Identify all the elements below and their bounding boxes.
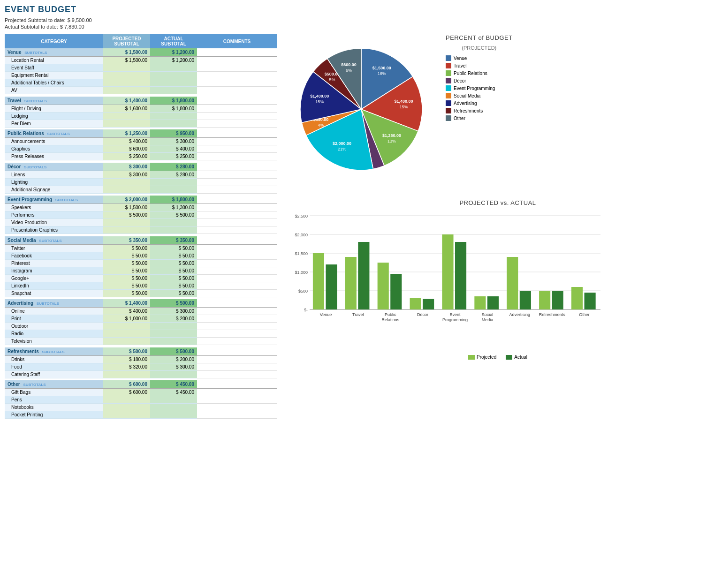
item-projected xyxy=(103,120,150,127)
legend-label: Event Programming xyxy=(454,86,495,91)
svg-text:$500: $500 xyxy=(298,289,308,294)
item-name: Print xyxy=(5,315,103,323)
item-name: Announcements xyxy=(5,138,103,145)
legend-color xyxy=(446,78,451,83)
subtotal-projected: $ 1,250.00 xyxy=(103,129,150,138)
item-actual: $ 280.00 xyxy=(150,171,197,178)
table-row: Notebooks xyxy=(5,404,277,411)
subtotal-row: Venue SUBTOTALS $ 1,500.00 $ 1,200.00 xyxy=(5,48,277,57)
item-actual xyxy=(150,72,197,79)
item-projected: $ 1,000.00 xyxy=(103,315,150,323)
item-projected: $ 1,500.00 xyxy=(103,204,150,211)
item-comments xyxy=(197,120,277,127)
charts-section: $1,500.0016%$1,400.0015%$1,250.0013%$2,0… xyxy=(286,34,709,421)
svg-text:$600.00: $600.00 xyxy=(341,62,357,67)
section-name: Advertising SUBTOTALS xyxy=(5,299,103,308)
item-actual xyxy=(150,330,197,338)
svg-rect-51 xyxy=(520,291,531,309)
item-name: Notebooks xyxy=(5,404,103,411)
item-actual: $ 50.00 xyxy=(150,267,197,274)
legend-label: Décor xyxy=(454,78,466,83)
item-name: Linens xyxy=(5,171,103,178)
item-comments xyxy=(197,252,277,259)
table-row: Linens $ 300.00 $ 280.00 xyxy=(5,171,277,178)
svg-text:$1,500: $1,500 xyxy=(295,251,308,256)
table-row: Gift Bags $ 600.00 $ 450.00 xyxy=(5,389,277,396)
svg-text:Relations: Relations xyxy=(381,317,399,322)
item-comments xyxy=(197,226,277,234)
subtotal-actual: $ 1,200.00 xyxy=(150,48,197,57)
item-comments xyxy=(197,389,277,396)
svg-text:4%: 4% xyxy=(318,123,324,128)
item-name: Pens xyxy=(5,396,103,404)
item-comments xyxy=(197,138,277,145)
item-projected: $ 600.00 xyxy=(103,145,150,153)
projected-subtitle-label: Projected Subtotal to date: xyxy=(5,17,66,23)
item-projected xyxy=(103,226,150,234)
item-projected xyxy=(103,330,150,338)
item-comments xyxy=(197,363,277,370)
item-projected: $ 50.00 xyxy=(103,289,150,297)
item-name: Video Production xyxy=(5,219,103,226)
item-comments xyxy=(197,87,277,94)
item-actual xyxy=(150,112,197,120)
svg-rect-46 xyxy=(474,296,486,309)
legend-label: Travel xyxy=(454,63,466,68)
svg-text:$1,000: $1,000 xyxy=(295,270,308,275)
subtotal-comments xyxy=(197,299,277,308)
item-comments xyxy=(197,338,277,345)
item-projected: $ 50.00 xyxy=(103,244,150,252)
item-projected xyxy=(103,338,150,345)
item-actual: $ 200.00 xyxy=(150,355,197,363)
item-projected: $ 250.00 xyxy=(103,153,150,160)
item-name: Outdoor xyxy=(5,323,103,330)
item-actual: $ 300.00 xyxy=(150,363,197,370)
svg-rect-53 xyxy=(539,291,550,309)
svg-text:21%: 21% xyxy=(338,147,346,151)
subtotal-comments xyxy=(197,380,277,389)
table-row: Food $ 320.00 $ 300.00 xyxy=(5,363,277,370)
item-actual xyxy=(150,178,197,186)
svg-text:Event: Event xyxy=(449,312,461,317)
legend-color xyxy=(446,55,451,61)
table-row: Twitter $ 50.00 $ 50.00 xyxy=(5,244,277,252)
item-projected xyxy=(103,404,150,411)
item-actual xyxy=(150,226,197,234)
item-comments xyxy=(197,204,277,211)
svg-rect-42 xyxy=(442,234,453,309)
item-comments xyxy=(197,308,277,315)
item-actual xyxy=(150,186,197,193)
item-projected xyxy=(103,87,150,94)
table-header: CATEGORY PROJECTEDSUBTOTAL ACTUALSUBTOTA… xyxy=(5,34,277,48)
legend-label: Other xyxy=(454,116,465,121)
legend-item: Event Programming xyxy=(446,85,513,91)
item-comments xyxy=(197,323,277,330)
item-actual: $ 400.00 xyxy=(150,145,197,153)
item-actual: $ 50.00 xyxy=(150,274,197,282)
table-row: Radio xyxy=(5,330,277,338)
item-name: Additional Tables / Chairs xyxy=(5,79,103,87)
item-name: Event Staff xyxy=(5,64,103,72)
item-name: Flight / Driving xyxy=(5,105,103,112)
item-actual: $ 50.00 xyxy=(150,244,197,252)
item-projected xyxy=(103,219,150,226)
legend-color xyxy=(446,85,451,91)
table-row: Presentation Graphics xyxy=(5,226,277,234)
subtotal-actual: $ 1,800.00 xyxy=(150,97,197,105)
svg-rect-43 xyxy=(455,242,466,309)
item-projected: $ 320.00 xyxy=(103,363,150,370)
legend-color xyxy=(446,93,451,98)
item-projected: $ 1,600.00 xyxy=(103,105,150,112)
section-name: Other SUBTOTALS xyxy=(5,380,103,389)
legend-item: Décor xyxy=(446,78,513,83)
item-projected: $ 50.00 xyxy=(103,259,150,267)
svg-text:Social: Social xyxy=(482,312,494,317)
table-row: Announcements $ 400.00 $ 300.00 xyxy=(5,138,277,145)
item-name: Television xyxy=(5,338,103,345)
subtotal-row: Public Relations SUBTOTALS $ 1,250.00 $ … xyxy=(5,129,277,138)
svg-text:$2,000.00: $2,000.00 xyxy=(333,141,351,146)
item-comments xyxy=(197,396,277,404)
bar-legend: Projected Actual xyxy=(286,354,709,360)
table-row: Outdoor xyxy=(5,323,277,330)
actual-total: $ 7,830.00 xyxy=(60,24,84,30)
